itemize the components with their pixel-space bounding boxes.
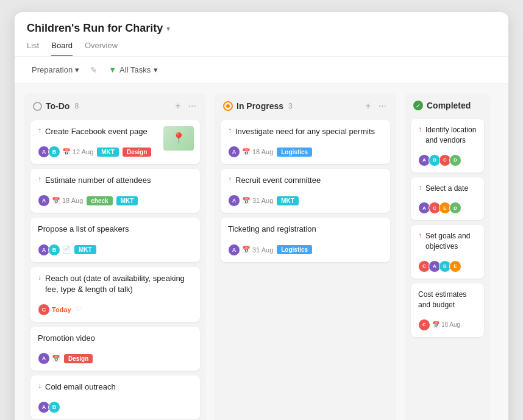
calendar-icon: 📅	[242, 148, 251, 156]
nav-tabs: List Board Overview	[27, 41, 496, 56]
avatar: D	[449, 154, 461, 166]
avatar-group-ticketing: A	[228, 244, 238, 256]
card-goals: ↑ Set goals and objectives C A B E	[411, 225, 484, 279]
preparation-filter[interactable]: Preparation ▾	[27, 63, 84, 77]
priority-high-icon-permits: ↑	[228, 126, 232, 135]
date-badge-cost: 📅 18 Aug	[432, 321, 460, 328]
avatar-group-location: A B C D	[418, 154, 460, 166]
toolbar: Preparation ▾ ✎ ▼ All Tasks ▾	[15, 57, 508, 84]
date-badge-estimate: 📅 18 Aug	[52, 197, 83, 205]
board-content: To-Do 8 + ··· ↑ Create Facebook event pa…	[15, 84, 508, 420]
column-title-inprogress: In Progress	[237, 101, 283, 111]
column-header-inprogress: In Progress 3 + ···	[215, 93, 396, 116]
card-promotion: Promotion video A 📅 Design	[30, 327, 200, 371]
date-badge-permits: 📅 18 Aug	[242, 148, 273, 156]
inprogress-column-body: ↑ Investigate need for any special permi…	[215, 116, 396, 268]
avatar: C	[38, 304, 50, 316]
avatar-group-goals: C A B E	[418, 260, 460, 272]
column-todo: To-Do 8 + ··· ↑ Create Facebook event pa…	[24, 93, 206, 420]
card-title-cold-email: Cold email outreach	[45, 382, 116, 393]
date-text-committee: 31 Aug	[252, 197, 273, 204]
column-header-completed: ✓ Completed	[405, 93, 490, 115]
card-meta-permits: A 📅 18 Aug Logistics	[228, 146, 383, 158]
all-tasks-filter[interactable]: ▼ All Tasks ▾	[104, 63, 163, 77]
avatar-group-speakers: A B	[38, 244, 59, 256]
app-header: Children's Run for Charity ▾ List Board …	[15, 12, 508, 57]
tag-logistics-ticketing: Logistics	[277, 245, 312, 254]
card-meta-cost: C 📅 18 Aug	[418, 319, 477, 331]
avatar-group-reachout: C	[38, 304, 48, 316]
card-meta-estimate: A 📅 18 Aug check MKT	[38, 194, 193, 207]
tag-design-facebook: Design	[123, 148, 151, 157]
card-title-location: Identify location and vendors	[425, 125, 477, 146]
calendar-icon: 📅	[432, 321, 439, 328]
card-title-cost: Cost estimates and budget	[418, 290, 477, 310]
card-meta-cold-email: A B	[38, 401, 193, 413]
card-title-promotion: Promotion video	[38, 333, 95, 344]
column-title-completed: Completed	[427, 101, 471, 110]
card-title-permits: Investigate need for any special permits	[235, 126, 375, 137]
calendar-icon: 📅	[62, 148, 71, 156]
card-meta-speakers: A B 📄 MKT	[38, 244, 193, 256]
avatar-group-committee: A	[228, 194, 238, 207]
todo-add-button[interactable]: +	[174, 101, 182, 112]
calendar-icon: 📅	[242, 246, 251, 254]
today-badge: Today	[52, 306, 71, 313]
card-select-date: ↑ Select a date A C E D	[411, 177, 484, 221]
completed-icon: ✓	[413, 101, 423, 110]
card-title-speakers: Propose a list of speakers	[38, 224, 129, 235]
tab-board[interactable]: Board	[51, 41, 73, 56]
card-estimate: ↑ Estimate number of attendees A 📅 18 Au…	[30, 169, 200, 213]
tab-overview[interactable]: Overview	[85, 41, 118, 56]
filter-chevron: ▾	[154, 65, 158, 74]
avatar: A	[38, 352, 50, 365]
card-meta-reachout: C Today ♡	[38, 304, 193, 316]
column-title-todo: To-Do	[46, 101, 69, 111]
card-thumbnail-map: 📍	[163, 126, 194, 151]
edit-icon[interactable]: ✎	[90, 65, 98, 75]
tag-check-estimate: check	[87, 196, 112, 205]
card-cold-email: ↓ Cold email outreach A B	[30, 376, 200, 419]
priority-high-icon-goals: ↑	[418, 231, 422, 240]
chevron-down-icon[interactable]: ▾	[166, 24, 170, 33]
doc-icon-promotion: 📅	[52, 355, 60, 363]
priority-low-icon-email: ↓	[38, 382, 41, 390]
column-count-inprogress: 3	[288, 102, 293, 110]
tag-mkt-committee: MKT	[277, 196, 299, 205]
date-text-estimate: 18 Aug	[62, 197, 83, 204]
avatar: B	[48, 401, 60, 413]
tab-list[interactable]: List	[27, 41, 39, 56]
tag-mkt-estimate: MKT	[116, 196, 138, 205]
avatar-group-promotion: A	[38, 352, 48, 365]
filter-icon: ▼	[109, 65, 116, 74]
card-facebook: ↑ Create Facebook event page 📍 A B 📅	[30, 120, 200, 164]
project-title: Children's Run for Charity	[27, 22, 163, 35]
card-meta-ticketing: A 📅 31 Aug Logistics	[228, 244, 383, 256]
priority-high-icon-committee: ↑	[228, 175, 232, 183]
todo-column-body: ↑ Create Facebook event page 📍 A B 📅	[24, 116, 206, 420]
tag-design-promotion: Design	[64, 354, 93, 363]
card-ticketing: Ticketing and registration A 📅 31 Aug Lo…	[221, 218, 390, 262]
priority-low-icon-reachout: ↓	[38, 273, 41, 282]
avatar: B	[48, 146, 60, 158]
todo-icon	[33, 102, 42, 111]
card-meta-committee: A 📅 31 Aug MKT	[228, 194, 383, 207]
inprogress-more-button[interactable]: ···	[377, 101, 388, 112]
date-text-facebook: 12 Aug	[73, 148, 93, 155]
card-title-reachout: Reach out (date of availability, speakin…	[45, 273, 193, 295]
todo-column-actions: + ···	[174, 101, 197, 112]
todo-more-button[interactable]: ···	[187, 101, 197, 112]
filter-label: All Tasks	[119, 65, 151, 74]
inprogress-icon	[223, 101, 233, 111]
completed-column-body: ↑ Identify location and vendors A B C D	[405, 115, 490, 343]
avatar: A	[38, 194, 50, 207]
avatar-group-cost: C	[418, 319, 429, 331]
card-meta-promotion: A 📅 Design	[38, 352, 193, 365]
avatar-group-select-date: A C E D	[418, 202, 460, 214]
card-speakers: Propose a list of speakers A B 📄 MKT	[30, 218, 200, 262]
avatar-group-permits: A	[228, 146, 238, 158]
card-cost: Cost estimates and budget C 📅 18 Aug	[411, 283, 484, 337]
heart-icon: ♡	[75, 305, 81, 313]
inprogress-add-button[interactable]: +	[364, 101, 372, 112]
card-title-select-date: Select a date	[425, 183, 468, 194]
